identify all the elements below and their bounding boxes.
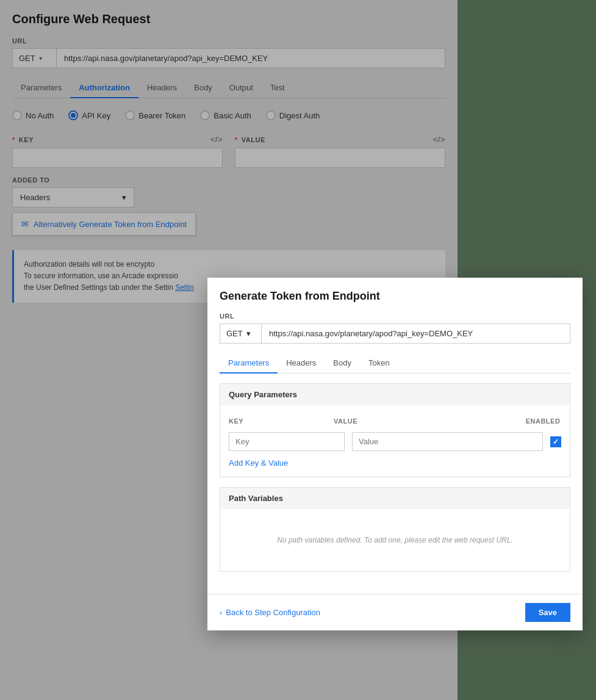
modal-tab-headers[interactable]: Headers [278, 353, 325, 373]
path-variables-empty-state: No path variables defined. To add one, p… [229, 518, 561, 563]
save-button[interactable]: Save [525, 603, 570, 622]
param-value-input[interactable] [352, 432, 543, 451]
path-variables-section: Path Variables No path variables defined… [220, 487, 570, 572]
modal-tab-token[interactable]: Token [360, 353, 398, 373]
modal: Generate Token from Endpoint URL GET ▾ P… [207, 278, 583, 630]
query-params-header: Query Parameters [220, 384, 570, 405]
query-params-content: KEY VALUE ENABLED Add Key & Value [220, 405, 570, 477]
table-row [229, 432, 561, 451]
modal-method-value: GET [226, 329, 243, 338]
back-label: Back to Step Configuration [226, 608, 320, 617]
modal-url-label: URL [220, 312, 570, 320]
col-header-value: VALUE [334, 417, 517, 425]
param-key-input[interactable] [229, 432, 345, 451]
modal-footer: ‹ Back to Step Configuration Save [207, 594, 583, 630]
modal-tab-body[interactable]: Body [325, 353, 360, 373]
path-variables-header: Path Variables [220, 488, 570, 509]
modal-url-row: GET ▾ [220, 323, 570, 344]
col-header-enabled: ENABLED [525, 417, 561, 425]
back-chevron-icon: ‹ [220, 608, 222, 617]
modal-method-chevron-icon: ▾ [246, 329, 251, 338]
back-to-step-button[interactable]: ‹ Back to Step Configuration [220, 608, 320, 617]
path-variables-content: No path variables defined. To add one, p… [220, 509, 570, 571]
param-enabled-checkbox[interactable] [550, 436, 561, 447]
modal-tab-parameters[interactable]: Parameters [220, 353, 278, 373]
table-header-row: KEY VALUE ENABLED [229, 414, 561, 428]
modal-body: Generate Token from Endpoint URL GET ▾ P… [207, 278, 583, 594]
modal-method-select[interactable]: GET ▾ [220, 323, 261, 344]
query-params-section: Query Parameters KEY VALUE ENABLED Add K… [220, 383, 570, 477]
add-key-value-button[interactable]: Add Key & Value [229, 458, 288, 467]
col-header-key: KEY [229, 417, 326, 425]
modal-url-input[interactable] [261, 323, 570, 344]
modal-tabs: Parameters Headers Body Token [220, 353, 570, 373]
modal-title: Generate Token from Endpoint [220, 290, 570, 303]
